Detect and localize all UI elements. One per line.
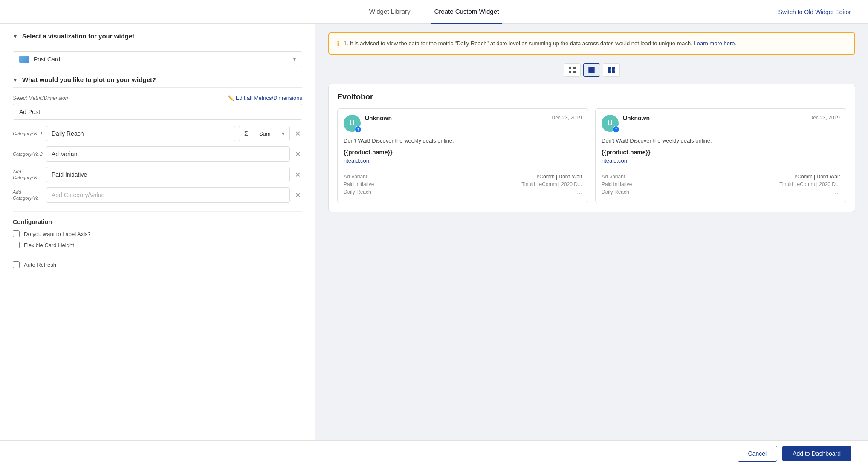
svg-rect-8 (608, 70, 611, 73)
postcard-icon (19, 56, 29, 63)
post2-ad-variant-label: Ad Variant (602, 174, 625, 180)
edit-metrics-link[interactable]: ✏️ Edit all Metrics/Dimensions (228, 95, 302, 101)
label-axis-label: Do you want to Label Axis? (24, 231, 91, 237)
post2-date: Dec 23, 2019 (810, 115, 840, 122)
label-axis-checkbox[interactable] (13, 230, 20, 237)
footer: Cancel Add to Dashboard (0, 440, 868, 466)
post1-daily-reach-label: Daily Reach (344, 189, 371, 195)
post2-meta: Unknown Dec 23, 2019 (623, 115, 840, 122)
single-view-button[interactable] (583, 63, 600, 77)
warning-message: 1. It is advised to view the data for th… (344, 40, 692, 47)
post1-fb-badge: f (355, 126, 362, 133)
post2-link[interactable]: riteaid.com (602, 157, 840, 164)
cancel-button[interactable]: Cancel (738, 446, 778, 462)
warning-banner: ℹ 1. It is advised to view the data for … (328, 32, 855, 55)
metric-label: Select Metric/Dimension (13, 95, 68, 101)
visualization-select-content: Post Card (19, 56, 60, 63)
category4-input[interactable] (46, 187, 290, 203)
edit-link-text: Edit all Metrics/Dimensions (236, 95, 302, 101)
widget-card: Evoltobor U f Unknown Dec 23, 2019 (328, 84, 855, 212)
post2-text: Don't Wait! Discover the weekly deals on… (602, 137, 840, 145)
tab-widget-library[interactable]: Widget Library (366, 0, 414, 24)
svg-rect-6 (608, 67, 611, 70)
svg-rect-9 (612, 70, 615, 73)
post1-author: Unknown (365, 115, 392, 122)
post2-stats: Ad Variant eComm | Don't Wait Paid Initi… (602, 174, 840, 195)
post1-paid-initiative-label: Paid Initiative (344, 181, 374, 187)
chevron-down-icon: ▾ (293, 56, 296, 62)
left-panel: ▼ Select a visualization for your widget… (0, 24, 315, 440)
right-panel: ℹ 1. It is advised to view the data for … (315, 24, 868, 440)
sum-label: Sum (259, 131, 271, 137)
flexible-height-label: Flexible Card Height (24, 242, 74, 248)
configuration-section: Configuration Do you want to Label Axis?… (13, 211, 302, 268)
section2-title: What would you like to plot on your widg… (22, 76, 156, 83)
post2-paid-initiative-row: Paid Initiative Tinuiti | eComm | 2020 D… (602, 181, 840, 187)
view-toggles (328, 63, 855, 77)
visualization-value: Post Card (34, 56, 60, 63)
post2-header-top: Unknown Dec 23, 2019 (623, 115, 840, 122)
widget-title: Evoltobor (337, 93, 846, 102)
category4-remove-button[interactable]: ✕ (293, 189, 302, 201)
section1-chevron[interactable]: ▼ (13, 33, 18, 39)
category1-row: Category/Va 1 Σ Sum ▾ ✕ (13, 126, 302, 141)
category3-label: Add Category/Va (13, 169, 43, 181)
svg-rect-2 (569, 71, 571, 73)
section1-header: ▼ Select a visualization for your widget (13, 32, 302, 44)
section2: ▼ What would you like to plot on your wi… (13, 76, 302, 203)
category1-remove-button[interactable]: ✕ (293, 128, 302, 140)
svg-rect-1 (573, 67, 576, 69)
sum-select[interactable]: Σ Sum ▾ (239, 126, 290, 141)
top-navigation: Widget Library Create Custom Widget Swit… (0, 0, 868, 24)
auto-refresh-label: Auto Refresh (24, 262, 56, 268)
grid-view-button[interactable] (564, 63, 581, 77)
post1-ad-variant-row: Ad Variant eComm | Don't Wait (344, 174, 582, 180)
category4-row: Add Category/Va ✕ (13, 187, 302, 203)
svg-rect-0 (569, 67, 571, 69)
post2-author: Unknown (623, 115, 650, 122)
category2-input[interactable] (46, 146, 290, 162)
post2-daily-reach-value: … (835, 189, 840, 195)
post-card-2: U f Unknown Dec 23, 2019 Don't Wait! Dis… (595, 108, 846, 203)
category1-label: Category/Va 1 (13, 131, 43, 137)
warning-icon: ℹ (337, 40, 339, 48)
post2-ad-variant-row: Ad Variant eComm | Don't Wait (602, 174, 840, 180)
post1-avatar: U f (344, 115, 361, 132)
post1-daily-reach-row: Daily Reach … (344, 189, 582, 195)
category2-remove-button[interactable]: ✕ (293, 149, 302, 160)
auto-refresh-checkbox[interactable] (13, 261, 20, 268)
add-to-dashboard-button[interactable]: Add to Dashboard (782, 446, 851, 461)
category3-remove-button[interactable]: ✕ (293, 169, 302, 181)
post1-divider (344, 169, 582, 169)
ad-post-input[interactable] (13, 104, 302, 120)
switch-to-old-editor-link[interactable]: Switch to Old Widget Editor (778, 9, 851, 15)
category1-input[interactable] (46, 126, 235, 141)
post1-paid-initiative-value: Tinuiti | eComm | 2020 D... (521, 181, 582, 187)
post1-daily-reach-value: … (577, 189, 582, 195)
post1-ad-variant-value: eComm | Don't Wait (537, 174, 582, 180)
post2-ad-variant-value: eComm | Don't Wait (795, 174, 840, 180)
list-view-button[interactable] (603, 63, 620, 77)
config-title: Configuration (13, 218, 302, 225)
post1-header: U f Unknown Dec 23, 2019 (344, 115, 582, 132)
learn-more-link[interactable]: Learn more here. (694, 40, 736, 47)
visualization-select[interactable]: Post Card ▾ (13, 51, 302, 67)
post2-fb-badge: f (613, 126, 619, 133)
post1-template: {{product.name}} (344, 149, 582, 156)
category3-input[interactable] (46, 167, 290, 182)
category4-label: Add Category/Va (13, 189, 43, 201)
flexible-height-checkbox[interactable] (13, 242, 20, 248)
post1-meta: Unknown Dec 23, 2019 (365, 115, 582, 122)
svg-rect-5 (589, 67, 594, 73)
post1-link[interactable]: riteaid.com (344, 157, 582, 164)
metric-row: Select Metric/Dimension ✏️ Edit all Metr… (13, 95, 302, 101)
post2-daily-reach-row: Daily Reach … (602, 189, 840, 195)
tab-create-custom-widget[interactable]: Create Custom Widget (431, 0, 502, 24)
sigma-icon: Σ (244, 130, 248, 137)
category2-label: Category/Va 2 (13, 151, 43, 157)
post1-text: Don't Wait! Discover the weekly deals on… (344, 137, 582, 145)
section2-chevron[interactable]: ▼ (13, 77, 18, 83)
category3-row: Add Category/Va ✕ (13, 167, 302, 182)
category2-row: Category/Va 2 ✕ (13, 146, 302, 162)
post1-header-top: Unknown Dec 23, 2019 (365, 115, 582, 122)
